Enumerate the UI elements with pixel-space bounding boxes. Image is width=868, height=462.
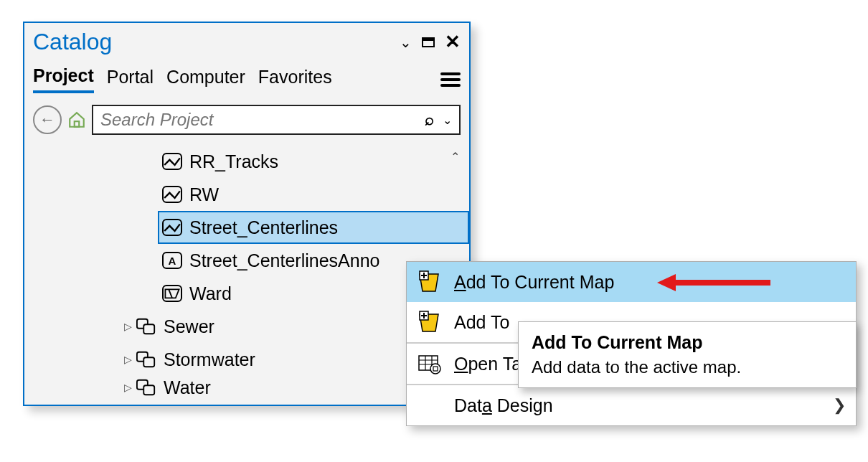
menu-item-add-to-current-map[interactable]: Add To Current Map <box>407 262 856 302</box>
tree-item-label: Water <box>164 377 211 398</box>
svg-rect-2 <box>143 324 154 334</box>
catalog-panel: Catalog ⌄ ✕ Project Portal Computer Favo… <box>23 22 471 406</box>
menu-item-label: Add To <box>454 312 509 333</box>
submenu-arrow-icon: ❯ <box>833 396 846 415</box>
tab-favorites[interactable]: Favorites <box>258 67 332 92</box>
add-map-icon <box>417 270 441 294</box>
home-icon[interactable] <box>67 110 86 129</box>
svg-marker-15 <box>657 274 676 291</box>
tree-item-rw[interactable]: RW <box>24 178 469 211</box>
menu-item-label: Data Design <box>454 395 553 416</box>
expand-icon[interactable]: ▷ <box>119 321 136 332</box>
menu-item-data-design[interactable]: Data Design ❯ <box>407 385 856 425</box>
tree-item-street-centerlines[interactable]: Street_Centerlines <box>158 211 469 244</box>
featureclass-line-icon <box>162 219 182 236</box>
featureclass-line-icon <box>162 153 182 170</box>
featureclass-poly-icon <box>162 285 182 302</box>
svg-rect-4 <box>143 357 154 367</box>
tree-item-sewer[interactable]: ▷ Sewer <box>24 310 469 343</box>
panel-header-controls: ⌄ ✕ <box>400 31 461 53</box>
panel-header: Catalog ⌄ ✕ <box>24 23 469 55</box>
dataset-icon <box>136 351 156 368</box>
tab-project[interactable]: Project <box>33 65 94 93</box>
tooltip-title: Add To Current Map <box>532 332 843 353</box>
search-icon[interactable]: ⌕ <box>425 110 434 129</box>
menu-item-label: Add To Current Map <box>454 272 614 293</box>
tree-item-label: Stormwater <box>164 349 255 370</box>
annotation-icon: A <box>162 252 182 269</box>
tree-item-label: Street_Centerlines <box>189 217 338 238</box>
scroll-up-icon[interactable]: ⌃ <box>445 146 465 166</box>
tree-item-label: Ward <box>189 283 232 304</box>
annotation-arrow <box>657 273 772 293</box>
tree-item-label: RW <box>189 184 219 205</box>
blank-icon <box>417 393 441 418</box>
search-row: ← ⌕ ⌄ <box>24 93 469 142</box>
panel-tabs: Project Portal Computer Favorites <box>24 55 469 93</box>
search-input[interactable] <box>100 110 425 130</box>
tooltip: Add To Current Map Add data to the activ… <box>518 321 857 388</box>
add-map-icon <box>417 310 441 334</box>
menu-icon[interactable] <box>440 72 461 87</box>
tree-item-street-centerlines-anno[interactable]: A Street_CenterlinesAnno <box>24 244 469 277</box>
dock-icon[interactable] <box>422 37 435 47</box>
tree-item-label: RR_Tracks <box>189 151 278 172</box>
tab-computer[interactable]: Computer <box>166 67 245 92</box>
close-icon[interactable]: ✕ <box>445 31 461 53</box>
back-button[interactable]: ← <box>33 105 62 134</box>
table-icon <box>417 352 441 376</box>
dropdown-icon[interactable]: ⌄ <box>400 34 412 51</box>
panel-title: Catalog <box>33 29 400 55</box>
tab-portal[interactable]: Portal <box>107 67 154 92</box>
svg-rect-6 <box>143 385 154 395</box>
dataset-icon <box>136 318 156 335</box>
catalog-tree: ⌃ RR_Tracks RW Street_Centerlines A Stre… <box>24 142 469 405</box>
tree-item-stormwater[interactable]: ▷ Stormwater <box>24 343 469 376</box>
expand-icon[interactable]: ▷ <box>119 354 136 365</box>
search-dropdown-icon[interactable]: ⌄ <box>443 113 452 127</box>
tree-item-water[interactable]: ▷ Water <box>24 376 469 399</box>
dataset-icon <box>136 379 156 396</box>
tree-item-label: Street_CenterlinesAnno <box>189 250 379 271</box>
search-field[interactable]: ⌕ ⌄ <box>92 105 461 135</box>
tree-item-rr-tracks[interactable]: RR_Tracks <box>24 145 469 178</box>
expand-icon[interactable]: ▷ <box>119 382 136 393</box>
svg-rect-0 <box>75 121 80 127</box>
featureclass-line-icon <box>162 186 182 203</box>
menu-item-label: Open Ta <box>454 354 522 374</box>
svg-point-12 <box>430 364 440 374</box>
tree-item-ward[interactable]: Ward <box>24 277 469 310</box>
tooltip-desc: Add data to the active map. <box>532 357 843 377</box>
tree-item-label: Sewer <box>164 316 214 337</box>
